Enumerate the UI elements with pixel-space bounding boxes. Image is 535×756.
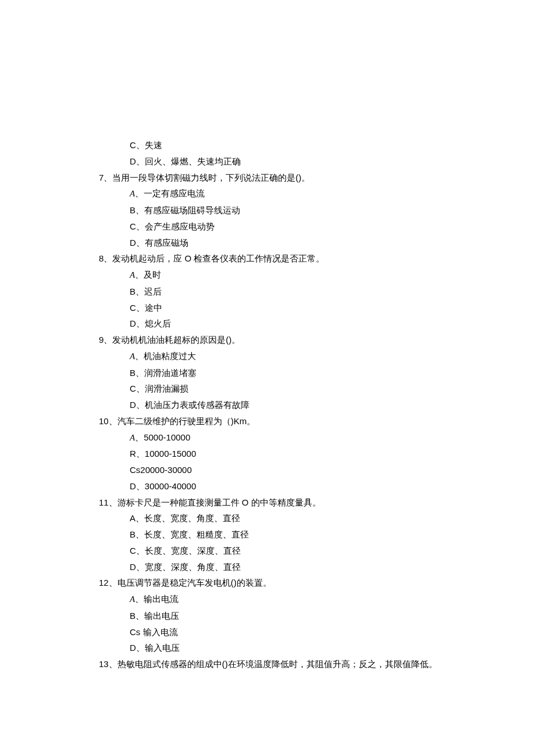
option-line: D、熄火后 <box>99 316 477 332</box>
option-line: C、失速 <box>99 137 477 153</box>
line-text: C、会产生感应电动势 <box>130 221 215 231</box>
option-line: B、有感应磁场阻碍导线运动 <box>99 202 477 218</box>
option-line: A、5000-10000 <box>99 429 477 446</box>
line-text: 、一定有感应电流 <box>135 188 205 198</box>
line-text: B、有感应磁场阻碍导线运动 <box>130 205 240 215</box>
option-line: A、长度、宽度、角度、直径 <box>99 510 477 526</box>
line-text: 12、电压调节器是稳定汽车发电机()的装置。 <box>99 578 272 587</box>
line-text: 9、发动机机油油耗超标的原因是()。 <box>99 335 240 345</box>
line-text: 11、游标卡尺是一种能直接测量工件 O 的中等精度量具。 <box>99 497 321 507</box>
question-line: 8、发动机起动后，应 O 检查各仪表的工作情况是否正常。 <box>99 250 477 267</box>
option-line: B、输出电压 <box>99 608 477 624</box>
line-text: B、长度、宽度、粗糙度、直径 <box>130 529 249 539</box>
option-line: D、回火、爆燃、失速均正确 <box>99 153 477 170</box>
line-text: A、长度、宽度、角度、直径 <box>130 513 240 523</box>
question-line: 7、当用一段导体切割磁力线时，下列说法正确的是()。 <box>99 170 477 186</box>
option-line: R、10000-15000 <box>99 446 477 462</box>
option-line: D、有感应磁场 <box>99 235 477 251</box>
line-text: C、长度、宽度、深度、直径 <box>130 546 241 556</box>
line-text: D、30000-40000 <box>130 481 196 491</box>
line-text: 、及时 <box>135 270 161 280</box>
line-text: 13、热敏电阻式传感器的组成中()在环境温度降低时，其阻值升高；反之，其限值降低… <box>99 659 437 669</box>
option-line: B、迟后 <box>99 284 477 300</box>
line-text: 10、汽车二级维护的行驶里程为（)Km。 <box>99 416 255 426</box>
option-line: A、机油粘度过大 <box>99 348 477 365</box>
option-letter: A <box>130 352 135 361</box>
option-line: C、会产生感应电动势 <box>99 218 477 235</box>
line-text: R、10000-15000 <box>130 449 196 458</box>
line-text: C、润滑油漏损 <box>130 384 188 393</box>
line-text: Cs20000-30000 <box>130 465 192 475</box>
option-line: D、输入电压 <box>99 640 477 656</box>
option-line: D、30000-40000 <box>99 478 477 495</box>
option-letter: A <box>130 270 135 280</box>
question-line: 13、热敏电阻式传感器的组成中()在环境温度降低时，其阻值升高；反之，其限值降低… <box>99 656 477 672</box>
option-line: B、长度、宽度、粗糙度、直径 <box>99 526 477 543</box>
option-line: Cs 输入电流 <box>99 624 477 640</box>
line-text: 7、当用一段导体切割磁力线时，下列说法正确的是()。 <box>99 173 310 182</box>
line-text: D、回火、爆燃、失速均正确 <box>130 156 241 166</box>
question-line: 9、发动机机油油耗超标的原因是()。 <box>99 332 477 348</box>
option-letter: A <box>130 189 135 198</box>
line-text: D、输入电压 <box>130 643 180 653</box>
line-text: D、熄火后 <box>130 318 171 328</box>
option-line: C、途中 <box>99 300 477 316</box>
line-text: D、有感应磁场 <box>130 238 188 248</box>
option-line: D、机油压力表或传感器有故障 <box>99 397 477 413</box>
option-line: A、输出电流 <box>99 591 477 608</box>
line-text: B、润滑油道堵塞 <box>130 368 197 378</box>
document-page: C、失速D、回火、爆燃、失速均正确7、当用一段导体切割磁力线时，下列说法正确的是… <box>0 0 535 756</box>
option-letter: A <box>130 594 135 604</box>
option-line: C、长度、宽度、深度、直径 <box>99 543 477 559</box>
line-text: D、宽度、深度、角度、直径 <box>130 562 241 572</box>
line-text: 、5000-10000 <box>135 432 190 442</box>
option-line: D、宽度、深度、角度、直径 <box>99 559 477 575</box>
line-text: D、机油压力表或传感器有故障 <box>130 400 249 410</box>
option-line: A、一定有感应电流 <box>99 185 477 202</box>
line-text: 、机油粘度过大 <box>135 351 196 361</box>
line-text: B、输出电压 <box>130 611 179 621</box>
option-line: A、及时 <box>99 267 477 284</box>
option-line: B、润滑油道堵塞 <box>99 365 477 381</box>
line-text: 、输出电流 <box>135 594 179 604</box>
question-line: 11、游标卡尺是一种能直接测量工件 O 的中等精度量具。 <box>99 495 477 511</box>
line-text: 8、发动机起动后，应 O 检查各仪表的工作情况是否正常。 <box>99 253 324 263</box>
option-letter: A <box>130 433 135 442</box>
line-text: Cs 输入电流 <box>130 627 178 637</box>
line-text: C、途中 <box>130 303 162 313</box>
line-text: C、失速 <box>130 140 162 150</box>
option-line: Cs20000-30000 <box>99 462 477 478</box>
line-text: B、迟后 <box>130 286 162 296</box>
option-line: C、润滑油漏损 <box>99 381 477 397</box>
question-line: 10、汽车二级维护的行驶里程为（)Km。 <box>99 413 477 429</box>
text-content: C、失速D、回火、爆燃、失速均正确7、当用一段导体切割磁力线时，下列说法正确的是… <box>99 137 477 672</box>
question-line: 12、电压调节器是稳定汽车发电机()的装置。 <box>99 575 477 591</box>
